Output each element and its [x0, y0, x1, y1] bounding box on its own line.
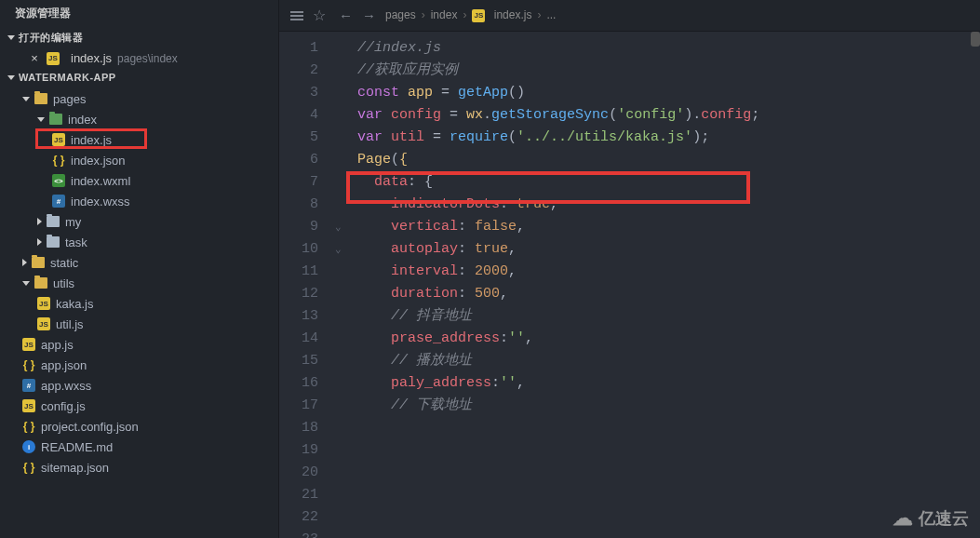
explorer-title[interactable]: 资源管理器: [0, 0, 278, 27]
js-file-icon: JS: [47, 52, 60, 65]
editor: ☆ ← → pages›index›JS index.js›... 123456…: [279, 0, 980, 538]
tree-item-label: pages: [53, 92, 86, 106]
chevron-icon: [22, 259, 27, 266]
chevron-icon: [22, 97, 30, 101]
file-config.js[interactable]: JSconfig.js: [0, 396, 278, 416]
menu-icon[interactable]: [290, 11, 303, 20]
tree-item-label: index.wxss: [71, 195, 130, 208]
folder-index[interactable]: index: [0, 109, 278, 129]
file-app.json[interactable]: { }app.json: [0, 355, 278, 375]
code-area[interactable]: 1234567891011121314151617181920212223 ⌄⌄…: [279, 32, 980, 538]
tree-item-label: config.js: [41, 399, 86, 413]
js-file-icon: JS: [37, 297, 50, 310]
tree-item-label: index.json: [71, 154, 126, 168]
file-tree: pagesindexJSindex.js{ }index.json<>index…: [0, 87, 278, 538]
json-file-icon: { }: [22, 420, 35, 433]
close-icon[interactable]: ×: [28, 51, 41, 65]
open-editors-header[interactable]: 打开的编辑器: [0, 27, 278, 48]
folder-icon: [47, 216, 60, 227]
folder-static[interactable]: static: [0, 252, 278, 273]
wxss-file-icon: #: [22, 379, 35, 392]
chevron-down-icon: [7, 35, 15, 40]
file-index.wxml[interactable]: <>index.wxml: [0, 170, 278, 191]
tree-item-label: utils: [53, 276, 74, 290]
chevron-icon: [37, 218, 42, 225]
tree-item-label: kaka.js: [56, 297, 93, 311]
scrollbar-thumb[interactable]: [971, 32, 980, 47]
folder-task[interactable]: task: [0, 232, 278, 252]
project-header[interactable]: WATERMARK-APP: [0, 68, 278, 87]
file-app.js[interactable]: JSapp.js: [0, 334, 278, 355]
tree-item-label: static: [50, 256, 78, 270]
file-app.wxss[interactable]: #app.wxss: [0, 375, 278, 396]
file-util.js[interactable]: JSutil.js: [0, 314, 278, 334]
nav-back-icon[interactable]: ←: [339, 7, 353, 23]
cloud-icon: ☁: [893, 506, 913, 531]
bookmark-icon[interactable]: ☆: [313, 7, 326, 24]
wxml-file-icon: <>: [52, 174, 65, 187]
json-file-icon: { }: [52, 154, 65, 167]
file-index.js[interactable]: JSindex.js: [0, 129, 278, 150]
line-gutter: 1234567891011121314151617181920212223: [279, 32, 335, 538]
watermark: ☁ 亿速云: [893, 506, 969, 531]
open-editor-item[interactable]: × JS index.js pages\index: [0, 48, 278, 68]
folder-icon: [34, 277, 47, 289]
tree-item-label: index.js: [71, 133, 112, 147]
sidebar: 资源管理器 打开的编辑器 × JS index.js pages\index W…: [0, 0, 279, 538]
js-file-icon: JS: [37, 317, 50, 330]
tree-item-label: index: [68, 113, 97, 127]
tree-item-label: README.md: [41, 440, 113, 454]
tree-item-label: app.wxss: [41, 379, 91, 393]
folder-pages[interactable]: pages: [0, 88, 278, 109]
tree-item-label: util.js: [56, 317, 84, 331]
code-content[interactable]: //index.js//获取应用实例const app = getApp()va…: [348, 32, 980, 538]
fold-gutter[interactable]: ⌄⌄: [335, 32, 348, 538]
file-index.json[interactable]: { }index.json: [0, 150, 278, 170]
tree-item-label: project.config.json: [41, 420, 139, 434]
json-file-icon: { }: [22, 461, 35, 474]
tree-item-label: index.wxml: [71, 174, 130, 188]
editor-topbar: ☆ ← → pages›index›JS index.js›...: [279, 0, 980, 32]
chevron-icon: [37, 238, 42, 246]
folder-icon: [34, 93, 47, 104]
file-index.wxss[interactable]: #index.wxss: [0, 191, 278, 211]
js-file-icon: JS: [22, 338, 35, 351]
breadcrumb[interactable]: pages›index›JS index.js›...: [385, 8, 556, 22]
tree-item-label: my: [65, 215, 81, 229]
chevron-icon: [37, 117, 45, 122]
wxss-file-icon: #: [52, 195, 65, 208]
nav-forward-icon[interactable]: →: [362, 7, 376, 23]
folder-icon: [47, 236, 60, 248]
file-README.md[interactable]: iREADME.md: [0, 437, 278, 457]
md-file-icon: i: [22, 440, 35, 453]
tree-item-label: task: [65, 235, 87, 249]
js-file-icon: JS: [22, 399, 35, 412]
tree-item-label: sitemap.json: [41, 461, 109, 475]
file-sitemap.json[interactable]: { }sitemap.json: [0, 457, 278, 477]
js-file-icon: JS: [52, 133, 65, 146]
chevron-down-icon: [7, 75, 15, 80]
folder-icon: [49, 114, 62, 125]
file-project.config.json[interactable]: { }project.config.json: [0, 416, 278, 437]
file-kaka.js[interactable]: JSkaka.js: [0, 293, 278, 314]
folder-utils[interactable]: utils: [0, 273, 278, 293]
tree-item-label: app.json: [41, 358, 87, 372]
folder-icon: [32, 257, 45, 268]
json-file-icon: { }: [22, 358, 35, 371]
chevron-icon: [22, 281, 30, 286]
folder-my[interactable]: my: [0, 211, 278, 232]
tree-item-label: app.js: [41, 338, 74, 352]
